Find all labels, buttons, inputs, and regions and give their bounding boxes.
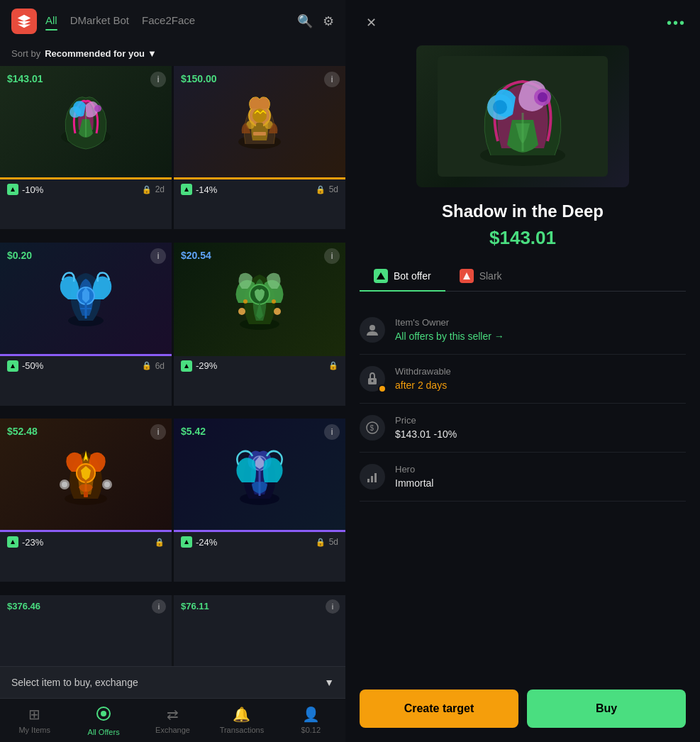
- partial-info-2[interactable]: i: [326, 599, 340, 614]
- sort-label: Sort by: [11, 48, 40, 59]
- offer-tab-slark-label: Slark: [479, 270, 502, 282]
- item-card-4[interactable]: $20.54 i: [174, 243, 345, 406]
- item-info-btn-6[interactable]: i: [324, 424, 340, 440]
- buy-button[interactable]: Buy: [527, 690, 686, 728]
- item-discount-5: -23%: [7, 536, 43, 548]
- svg-point-43: [493, 100, 507, 114]
- svg-point-50: [370, 325, 375, 331]
- owner-label: Item's Owner: [395, 317, 504, 328]
- svg-point-22: [243, 299, 248, 304]
- tab-face2face[interactable]: Face2Face: [142, 14, 195, 29]
- price-content: Price $143.01 -10%: [395, 415, 457, 440]
- offer-tab-bot[interactable]: Bot offer: [360, 263, 445, 292]
- dmarket-icon-6: [181, 536, 192, 548]
- nav-transactions-icon: 🔔: [233, 706, 250, 723]
- item-discount-2: -14%: [181, 184, 217, 195]
- item-image-5: $52.48 i: [0, 419, 172, 532]
- nav-exchange-label: Exchange: [155, 726, 190, 734]
- nav-my-items-icon: ⊞: [28, 706, 40, 723]
- item-discount-3: -50%: [7, 360, 43, 372]
- item-info-btn-3[interactable]: i: [150, 248, 166, 264]
- nav-balance-icon: 👤: [302, 706, 320, 723]
- dmarket-icon-3: [7, 360, 18, 372]
- app-logo[interactable]: [11, 9, 37, 34]
- lock-icon-6: 🔒: [316, 538, 326, 547]
- sort-bar: Sort by Recommended for you ▼: [0, 43, 345, 66]
- hero-label: Hero: [395, 464, 433, 475]
- item-price-1: $143.01: [7, 73, 43, 84]
- nav-my-items[interactable]: ⊞ My Items: [0, 699, 69, 742]
- detail-hero: Hero Immortal: [360, 453, 686, 502]
- item-price-6: $5.42: [181, 426, 206, 437]
- item-card-3[interactable]: $0.20 i: [0, 243, 172, 406]
- svg-point-7: [252, 109, 267, 123]
- svg-point-2: [94, 105, 101, 112]
- item-info-btn-1[interactable]: i: [150, 72, 166, 87]
- search-icon[interactable]: 🔍: [297, 13, 313, 29]
- nav-balance[interactable]: 👤 $0.12: [277, 699, 345, 742]
- item-price-5: $52.48: [7, 426, 38, 437]
- hero-item-image: [416, 45, 629, 187]
- bottom-select-label: Select item to buy, exchange: [11, 677, 138, 688]
- detail-withdrawable: Withdrawable after 2 days: [360, 355, 686, 404]
- item-discount-1: -10%: [7, 184, 43, 195]
- item-meta-1: 🔒 2d: [142, 184, 165, 194]
- item-image-4: $20.54 i: [174, 243, 345, 356]
- nav-transactions-label: Transactions: [220, 726, 265, 734]
- partial-card-2[interactable]: $76.11 i: [174, 595, 345, 666]
- withdrawable-content: Withdrawable after 2 days: [395, 366, 451, 391]
- create-target-button[interactable]: Create target: [360, 690, 518, 728]
- close-button[interactable]: ✕: [360, 11, 382, 34]
- item-card-1[interactable]: $143.01 i: [0, 66, 172, 229]
- dmarket-icon-1: [7, 184, 18, 195]
- tab-dmarket-bot[interactable]: DMarket Bot: [70, 14, 129, 29]
- hero-content: Hero Immortal: [395, 464, 433, 489]
- svg-marker-37: [184, 540, 189, 544]
- svg-marker-4: [11, 187, 15, 192]
- nav-exchange[interactable]: ⇄ Exchange: [138, 699, 207, 742]
- panel-header: ✕ •••: [345, 0, 700, 45]
- item-info-btn-5[interactable]: i: [150, 424, 166, 440]
- sort-value[interactable]: Recommended for you ▼: [45, 48, 157, 59]
- svg-marker-17: [11, 364, 15, 368]
- nav-my-items-label: My Items: [18, 726, 50, 734]
- lock-icon-4: 🔒: [328, 361, 338, 370]
- nav-all-offers-icon: [96, 706, 111, 725]
- bottom-select-bar[interactable]: Select item to buy, exchange ▼: [0, 666, 345, 698]
- item-info-btn-4[interactable]: i: [324, 248, 340, 264]
- svg-point-52: [372, 380, 374, 382]
- owner-value[interactable]: All offers by this seller →: [395, 331, 504, 342]
- detail-price: $ Price $143.01 -10%: [360, 404, 686, 453]
- item-footer-1: -10% 🔒 2d: [0, 179, 172, 199]
- nav-balance-label: $0.12: [301, 726, 321, 734]
- dmarket-tab-icon: [374, 269, 388, 283]
- partial-info-1[interactable]: i: [152, 599, 166, 614]
- item-price-3: $0.20: [7, 250, 32, 261]
- item-discount-6: -24%: [181, 536, 217, 548]
- item-meta-5: 🔒: [155, 538, 165, 547]
- item-card-2[interactable]: $150.00 i: [174, 66, 345, 229]
- svg-point-23: [272, 299, 276, 304]
- nav-transactions[interactable]: 🔔 Transactions: [207, 699, 276, 742]
- offer-tab-slark[interactable]: Slark: [445, 263, 516, 292]
- partial-price-2: $76.11: [181, 601, 209, 611]
- svg-rect-8: [256, 123, 263, 140]
- svg-point-21: [274, 308, 281, 315]
- item-card-5[interactable]: $52.48 i: [0, 419, 172, 582]
- offer-tabs: Bot offer Slark: [360, 263, 686, 292]
- item-meta-3: 🔒 6d: [142, 361, 165, 371]
- svg-marker-33: [11, 540, 15, 544]
- header-icons: 🔍 ⚙: [297, 13, 334, 29]
- item-info-btn-2[interactable]: i: [324, 72, 340, 87]
- more-options-button[interactable]: •••: [667, 15, 686, 31]
- nav-all-offers[interactable]: All Offers: [69, 699, 138, 742]
- filter-icon[interactable]: ⚙: [323, 13, 334, 29]
- offer-tab-bot-label: Bot offer: [394, 270, 431, 282]
- item-card-6[interactable]: $5.42 i: [174, 419, 345, 582]
- partial-cards-row: $376.46 i $76.11 i: [0, 595, 345, 666]
- partial-card-1[interactable]: $376.46 i: [0, 595, 172, 666]
- tab-all[interactable]: All: [45, 14, 57, 29]
- warning-dot: [378, 384, 387, 393]
- svg-text:$: $: [370, 424, 374, 432]
- details-list: Item's Owner All offers by this seller →…: [345, 306, 700, 675]
